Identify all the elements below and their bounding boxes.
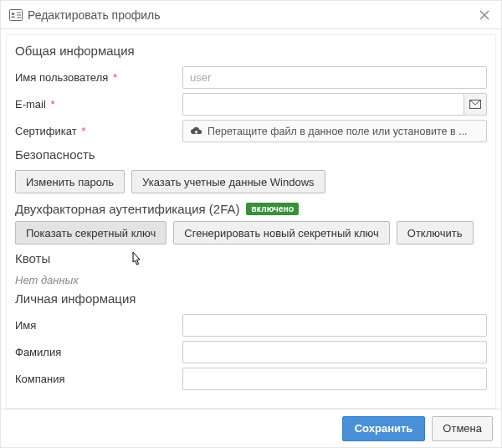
dialog-titlebar: Редактировать профиль (1, 1, 501, 29)
regen-secret-button[interactable]: Сгенерировать новый секретный ключ (173, 221, 389, 245)
envelope-icon (469, 100, 481, 109)
firstname-input[interactable] (182, 314, 487, 337)
edit-profile-dialog: Редактировать профиль Общая информация И… (0, 0, 502, 448)
section-personal: Личная информация (15, 291, 487, 306)
required-mark: * (113, 71, 117, 84)
certificate-dropzone[interactable]: Перетащите файл в данное поле или устано… (182, 120, 487, 142)
svg-point-1 (12, 12, 14, 14)
company-input[interactable] (182, 368, 487, 390)
section-twofa-header: Двухфакторная аутентификация (2FA) включ… (15, 202, 487, 216)
cloud-upload-icon (190, 126, 202, 136)
change-password-button[interactable]: Изменить пароль (15, 170, 125, 193)
row-certificate: Сертификат * Перетащите файл в данное по… (15, 120, 487, 142)
certificate-label: Сертификат * (15, 125, 182, 137)
row-firstname: Имя (15, 314, 487, 337)
required-mark: * (50, 98, 54, 111)
email-label: E-mail * (15, 98, 182, 111)
section-security: Безопасность (15, 147, 487, 162)
twofa-buttons: Показать секретный ключ Сгенерировать но… (15, 221, 487, 245)
username-input[interactable] (182, 66, 487, 89)
cancel-button[interactable]: Отмена (432, 416, 493, 441)
close-icon (479, 10, 489, 20)
section-twofa: Двухфакторная аутентификация (2FA) (15, 202, 239, 216)
quotas-nodata: Нет данных (15, 274, 487, 286)
section-quotas: Квоты (15, 251, 487, 265)
close-button[interactable] (476, 7, 493, 23)
required-mark: * (81, 125, 85, 137)
disable-twofa-button[interactable]: Отключить (397, 221, 474, 245)
certificate-placeholder: Перетащите файл в данное поле или устано… (207, 126, 468, 137)
save-button[interactable]: Сохранить (342, 416, 426, 441)
twofa-status-badge: включено (246, 203, 299, 215)
row-lastname: Фамилия (15, 341, 487, 363)
windows-creds-button[interactable]: Указать учетные данные Windows (131, 170, 325, 193)
email-input[interactable] (182, 93, 464, 116)
lastname-input[interactable] (182, 341, 487, 363)
form-panel: Общая информация Имя пользователя * E-ma… (6, 34, 496, 409)
show-secret-button[interactable]: Показать секретный ключ (15, 221, 166, 245)
security-buttons: Изменить пароль Указать учетные данные W… (15, 170, 487, 193)
row-username: Имя пользователя * (15, 66, 487, 89)
dialog-footer: Сохранить Отмена (1, 409, 501, 447)
row-email: E-mail * (15, 93, 487, 116)
company-label: Компания (15, 373, 182, 385)
row-company: Компания (15, 368, 487, 390)
dialog-title: Редактировать профиль (28, 8, 476, 22)
email-addon-button[interactable] (464, 93, 487, 116)
section-general: Общая информация (15, 44, 487, 58)
profile-card-icon (9, 8, 23, 22)
firstname-label: Имя (15, 319, 182, 332)
dialog-body: Общая информация Имя пользователя * E-ma… (1, 29, 501, 409)
username-label: Имя пользователя * (15, 71, 182, 84)
lastname-label: Фамилия (15, 346, 182, 358)
